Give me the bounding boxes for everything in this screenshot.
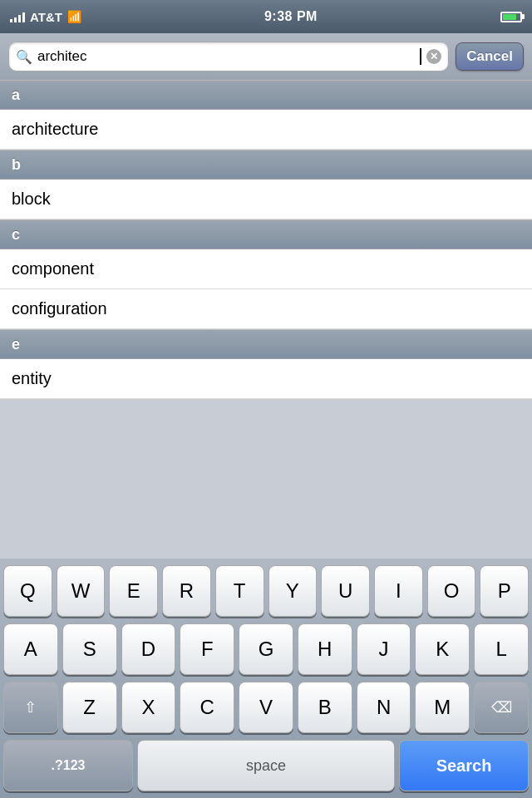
section-header-e: e — [0, 329, 532, 359]
search-input-container[interactable]: 🔍 ✕ — [8, 42, 449, 71]
key-row-1: Q W E R T Y U I O P — [3, 565, 529, 617]
battery-icon — [500, 12, 522, 22]
key-l[interactable]: L — [474, 623, 529, 675]
status-right — [500, 12, 522, 22]
status-left: AT&T 📶 — [10, 10, 81, 24]
section-header-c: c — [0, 219, 532, 249]
key-c[interactable]: C — [180, 682, 234, 733]
section-label-e: e — [12, 336, 20, 353]
key-h[interactable]: H — [298, 623, 352, 675]
list-item[interactable]: block — [0, 180, 532, 219]
search-input[interactable] — [37, 48, 421, 65]
key-d[interactable]: D — [121, 623, 176, 675]
list-item[interactable]: entity — [0, 359, 532, 399]
key-z[interactable]: Z — [62, 682, 117, 733]
result-text: component — [12, 259, 94, 278]
list-item[interactable]: configuration — [0, 289, 532, 329]
numbers-key[interactable]: .?123 — [3, 740, 133, 791]
key-b[interactable]: B — [298, 682, 352, 733]
search-bar: 🔍 ✕ Cancel — [0, 33, 532, 80]
section-header-b: b — [0, 150, 532, 180]
search-glass-icon: 🔍 — [16, 49, 32, 65]
time-display: 9:38 PM — [264, 9, 318, 24]
key-u[interactable]: U — [321, 565, 370, 617]
key-g[interactable]: G — [239, 623, 293, 675]
shift-key[interactable]: ⇧ — [3, 682, 58, 733]
search-clear-button[interactable]: ✕ — [426, 49, 441, 64]
key-v[interactable]: V — [239, 682, 293, 733]
delete-key[interactable]: ⌫ — [474, 682, 529, 733]
search-key[interactable]: Search — [399, 740, 529, 791]
section-header-a: a — [0, 80, 532, 110]
key-f[interactable]: F — [180, 623, 234, 675]
key-k[interactable]: K — [415, 623, 470, 675]
cancel-button[interactable]: Cancel — [456, 42, 524, 71]
status-bar: AT&T 📶 9:38 PM — [0, 0, 532, 33]
section-label-b: b — [12, 156, 21, 174]
result-text: entity — [12, 369, 52, 388]
space-key[interactable]: space — [137, 740, 395, 791]
wifi-icon: 📶 — [67, 10, 81, 23]
section-label-a: a — [12, 86, 20, 104]
result-text: architecture — [12, 120, 99, 139]
carrier-label: AT&T — [30, 10, 62, 24]
key-q[interactable]: Q — [3, 565, 52, 617]
signal-icon — [10, 11, 25, 22]
key-o[interactable]: O — [427, 565, 476, 617]
key-j[interactable]: J — [357, 623, 411, 675]
list-item[interactable]: component — [0, 249, 532, 289]
key-row-2: A S D F G H J K L — [3, 623, 529, 675]
key-a[interactable]: A — [3, 623, 58, 675]
key-s[interactable]: S — [62, 623, 117, 675]
key-i[interactable]: I — [374, 565, 423, 617]
key-t[interactable]: T — [215, 565, 264, 617]
key-row-3: ⇧ Z X C V B N M ⌫ — [3, 682, 529, 733]
result-text: configuration — [12, 299, 107, 318]
key-x[interactable]: X — [121, 682, 176, 733]
key-n[interactable]: N — [357, 682, 411, 733]
key-w[interactable]: W — [57, 565, 106, 617]
key-p[interactable]: P — [480, 565, 529, 617]
results-list: a architecture b block c component confi… — [0, 80, 532, 400]
section-label-c: c — [12, 226, 20, 244]
key-m[interactable]: M — [415, 682, 470, 733]
key-row-4: .?123 space Search — [3, 740, 529, 791]
key-y[interactable]: Y — [268, 565, 318, 617]
result-text: block — [12, 190, 51, 209]
key-e[interactable]: E — [109, 565, 158, 617]
key-r[interactable]: R — [162, 565, 211, 617]
list-item[interactable]: architecture — [0, 110, 532, 150]
keyboard: Q W E R T Y U I O P A S D F G H J K L ⇧ … — [0, 559, 532, 798]
